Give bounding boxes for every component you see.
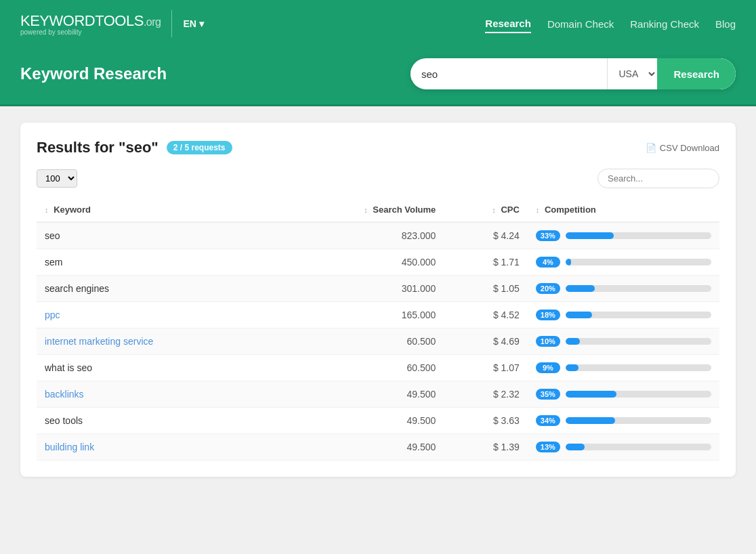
country-select[interactable]: USA UK DE [607, 58, 657, 89]
competition-bar-track [566, 364, 711, 371]
keyword-cell[interactable]: what is seo [37, 355, 276, 381]
volume-cell: 60.500 [276, 328, 444, 355]
competition-bar-fill [566, 417, 615, 424]
competition-badge: 18% [536, 310, 560, 320]
th-keyword[interactable]: ↕ Keyword [37, 198, 276, 222]
table-row: seo823.000$ 4.2433% [37, 222, 719, 249]
keyword-cell[interactable]: ppc [37, 302, 276, 328]
keyword-link[interactable]: backlinks [45, 389, 84, 400]
cpc-cell: $ 2.32 [444, 381, 528, 408]
competition-badge: 35% [536, 389, 560, 400]
top-nav: KEYWORDTOOLS.org powered by seobility EN… [0, 0, 756, 47]
nav-ranking-check[interactable]: Ranking Check [630, 16, 699, 33]
table-row: internet marketing service60.500$ 4.6910… [37, 328, 719, 355]
competition-bar-container: 13% [536, 442, 711, 452]
competition-bar-track [566, 232, 711, 239]
competition-bar-fill [566, 285, 595, 292]
cpc-cell: $ 1.71 [444, 249, 528, 276]
results-prefix: Results for "seo" [37, 139, 159, 156]
volume-cell: 49.500 [276, 434, 444, 461]
competition-badge: 20% [536, 283, 560, 294]
keyword-link[interactable]: building link [45, 442, 94, 452]
search-form: USA UK DE Research [411, 58, 736, 89]
sort-icon-cpc: ↕ [492, 206, 496, 214]
competition-bar-fill [566, 444, 585, 450]
sort-icon-keyword: ↕ [45, 206, 49, 214]
competition-bar-track [566, 285, 711, 292]
nav-blog[interactable]: Blog [715, 16, 736, 33]
brand-logo[interactable]: KEYWORDTOOLS.org powered by seobility [20, 12, 161, 36]
table-row: building link49.500$ 1.3913% [37, 434, 719, 461]
results-header: Results for "seo" 2 / 5 requests 📄 CSV D… [37, 139, 719, 156]
requests-badge: 2 / 5 requests [167, 141, 232, 154]
competition-bar-track [566, 312, 711, 318]
competition-bar-fill [566, 232, 614, 239]
competition-badge: 13% [536, 442, 560, 452]
competition-badge: 34% [536, 415, 560, 426]
competition-bar-fill [566, 312, 592, 318]
search-banner: Keyword Research USA UK DE Research [0, 47, 756, 106]
volume-cell: 165.000 [276, 302, 444, 328]
competition-bar-fill [566, 364, 579, 371]
competition-cell: 9% [528, 355, 719, 381]
search-input[interactable] [411, 68, 607, 80]
per-page-select[interactable]: 100 50 25 [37, 169, 77, 188]
competition-cell: 4% [528, 249, 719, 276]
th-search-volume[interactable]: ↕ Search Volume [276, 198, 444, 222]
research-button[interactable]: Research [657, 58, 736, 89]
table-search-input[interactable] [597, 169, 719, 188]
table-controls: 100 50 25 [37, 169, 719, 188]
competition-cell: 33% [528, 222, 719, 249]
logo-area: KEYWORDTOOLS.org powered by seobility EN… [20, 10, 204, 37]
keyword-cell[interactable]: internet marketing service [37, 328, 276, 355]
competition-bar-container: 10% [536, 336, 711, 347]
competition-cell: 18% [528, 302, 719, 328]
table-row: ppc165.000$ 4.5218% [37, 302, 719, 328]
competition-bar-container: 20% [536, 283, 711, 294]
volume-cell: 49.500 [276, 408, 444, 434]
competition-bar-track [566, 259, 711, 265]
keyword-table: ↕ Keyword ↕ Search Volume ↕ CPC ↕ Compet… [37, 198, 719, 461]
competition-cell: 34% [528, 408, 719, 434]
competition-bar-fill [566, 338, 581, 345]
table-row: what is seo60.500$ 1.079% [37, 355, 719, 381]
volume-cell: 60.500 [276, 355, 444, 381]
keyword-cell[interactable]: seo [37, 222, 276, 249]
cpc-cell: $ 4.24 [444, 222, 528, 249]
competition-bar-container: 18% [536, 310, 711, 320]
competition-badge: 9% [536, 362, 560, 373]
nav-domain-check[interactable]: Domain Check [547, 16, 614, 33]
th-competition[interactable]: ↕ Competition [528, 198, 719, 222]
keyword-link[interactable]: internet marketing service [45, 336, 153, 347]
table-row: backlinks49.500$ 2.3235% [37, 381, 719, 408]
competition-bar-container: 9% [536, 362, 711, 373]
table-row: search engines301.000$ 1.0520% [37, 276, 719, 302]
keyword-cell[interactable]: seo tools [37, 408, 276, 434]
keyword-cell[interactable]: building link [37, 434, 276, 461]
keyword-link[interactable]: ppc [45, 310, 60, 320]
page-title: Keyword Research [20, 64, 167, 83]
csv-download-button[interactable]: 📄 CSV Download [646, 143, 719, 153]
keyword-cell[interactable]: backlinks [37, 381, 276, 408]
language-selector[interactable]: EN ▾ [183, 18, 203, 29]
cpc-cell: $ 3.63 [444, 408, 528, 434]
competition-bar-fill [566, 259, 572, 265]
competition-bar-track [566, 338, 711, 345]
keyword-cell[interactable]: sem [37, 249, 276, 276]
keyword-cell[interactable]: search engines [37, 276, 276, 302]
sort-icon-competition: ↕ [536, 206, 540, 214]
nav-links: Research Domain Check Ranking Check Blog [485, 15, 736, 33]
table-row: sem450.000$ 1.714% [37, 249, 719, 276]
cpc-cell: $ 1.39 [444, 434, 528, 461]
competition-badge: 10% [536, 336, 560, 347]
nav-research[interactable]: Research [485, 15, 531, 33]
cpc-cell: $ 1.05 [444, 276, 528, 302]
competition-bar-container: 34% [536, 415, 711, 426]
competition-bar-track [566, 417, 711, 424]
cpc-cell: $ 1.07 [444, 355, 528, 381]
th-cpc[interactable]: ↕ CPC [444, 198, 528, 222]
volume-cell: 823.000 [276, 222, 444, 249]
competition-cell: 10% [528, 328, 719, 355]
sort-icon-volume: ↕ [364, 206, 368, 214]
competition-cell: 35% [528, 381, 719, 408]
